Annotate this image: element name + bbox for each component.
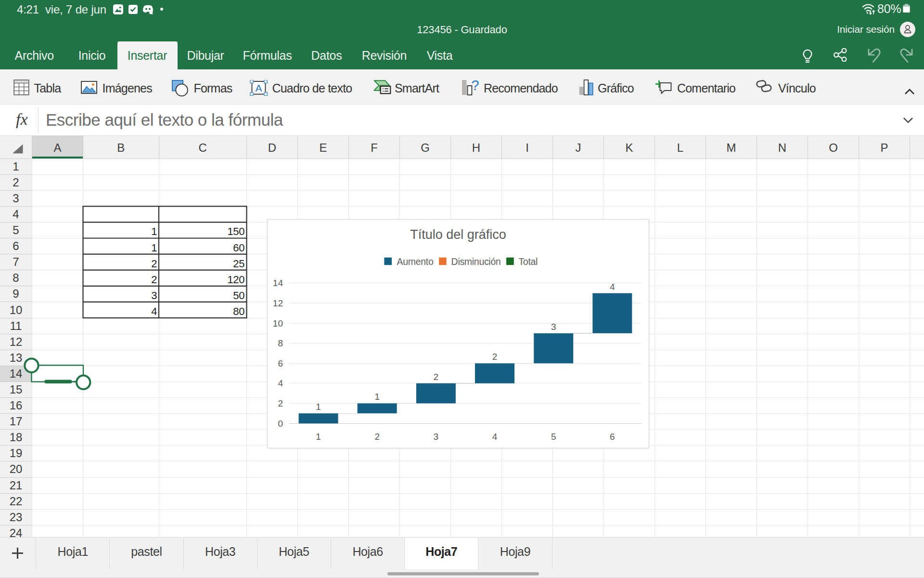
- svg-text:11: 11: [10, 319, 22, 332]
- svg-text:8: 8: [13, 271, 19, 284]
- svg-text:10: 10: [10, 303, 23, 316]
- svg-text:14: 14: [273, 278, 283, 288]
- svg-text:0: 0: [278, 419, 283, 429]
- svg-text:6: 6: [278, 358, 283, 368]
- svg-text:120: 120: [227, 274, 244, 286]
- svg-text:G: G: [421, 141, 430, 154]
- svg-text:15: 15: [10, 383, 23, 396]
- svg-text:9: 9: [13, 287, 19, 300]
- svg-text:1: 1: [151, 225, 157, 237]
- svg-text:Título del gráfico: Título del gráfico: [410, 227, 506, 242]
- svg-text:80: 80: [233, 305, 244, 317]
- svg-text:17: 17: [10, 415, 23, 428]
- svg-text:7: 7: [13, 255, 19, 268]
- svg-text:16: 16: [10, 399, 23, 412]
- svg-text:K: K: [625, 141, 633, 154]
- svg-text:2: 2: [434, 372, 439, 382]
- svg-text:2: 2: [492, 352, 498, 362]
- svg-text:A: A: [255, 82, 262, 93]
- svg-text:3: 3: [434, 432, 439, 442]
- svg-text:M: M: [727, 141, 736, 154]
- svg-text:2: 2: [374, 432, 380, 442]
- svg-text:B: B: [117, 141, 125, 154]
- svg-text:12: 12: [10, 335, 23, 348]
- svg-text:60: 60: [233, 242, 244, 254]
- svg-text:14: 14: [10, 367, 23, 380]
- svg-text:F: F: [371, 141, 378, 154]
- svg-text:150: 150: [227, 225, 244, 237]
- svg-text:P: P: [880, 141, 888, 154]
- svg-text:N: N: [778, 141, 786, 154]
- svg-text:Total: Total: [518, 256, 538, 267]
- svg-text:23: 23: [10, 511, 23, 524]
- svg-text:1: 1: [151, 242, 157, 254]
- svg-text:1: 1: [316, 432, 321, 442]
- svg-text:50: 50: [233, 289, 244, 302]
- svg-text:19: 19: [10, 447, 23, 460]
- svg-text:12: 12: [273, 298, 283, 308]
- svg-text:D: D: [268, 141, 276, 154]
- svg-text:21: 21: [10, 479, 23, 492]
- svg-text:8: 8: [278, 338, 283, 348]
- svg-text:5: 5: [13, 223, 19, 236]
- svg-text:E: E: [319, 141, 327, 154]
- svg-text:25: 25: [233, 258, 244, 270]
- svg-text:4: 4: [492, 432, 498, 442]
- svg-text:2: 2: [151, 274, 157, 286]
- svg-text:C: C: [199, 141, 207, 154]
- svg-text:6: 6: [13, 239, 19, 252]
- svg-text:3: 3: [13, 192, 19, 205]
- svg-text:2: 2: [151, 258, 157, 270]
- svg-text:1: 1: [316, 402, 321, 412]
- svg-text:20: 20: [10, 462, 23, 475]
- svg-text:4: 4: [610, 282, 615, 292]
- svg-text:A: A: [53, 141, 61, 154]
- svg-text:10: 10: [273, 318, 283, 328]
- svg-text:H: H: [472, 141, 480, 154]
- svg-text:2: 2: [278, 398, 283, 408]
- svg-text:Aumento: Aumento: [397, 256, 434, 267]
- svg-text:1: 1: [374, 392, 380, 402]
- svg-text:4: 4: [278, 378, 283, 388]
- svg-text:2: 2: [13, 176, 19, 189]
- svg-text:22: 22: [10, 495, 23, 508]
- svg-text:J: J: [576, 141, 581, 154]
- svg-text:4: 4: [151, 305, 157, 317]
- svg-text:4: 4: [13, 208, 19, 221]
- svg-text:3: 3: [151, 289, 157, 302]
- svg-text:24: 24: [10, 526, 23, 537]
- svg-text:Disminución: Disminución: [451, 256, 501, 267]
- svg-text:6: 6: [610, 432, 615, 442]
- svg-text:L: L: [677, 141, 683, 154]
- svg-text:5: 5: [551, 432, 556, 442]
- svg-text:O: O: [829, 141, 838, 154]
- svg-text:3: 3: [551, 322, 556, 332]
- svg-text:18: 18: [10, 431, 23, 444]
- svg-text:13: 13: [10, 351, 23, 364]
- svg-text:1: 1: [13, 160, 19, 173]
- svg-text:?: ?: [471, 79, 479, 93]
- svg-text:I: I: [526, 141, 529, 154]
